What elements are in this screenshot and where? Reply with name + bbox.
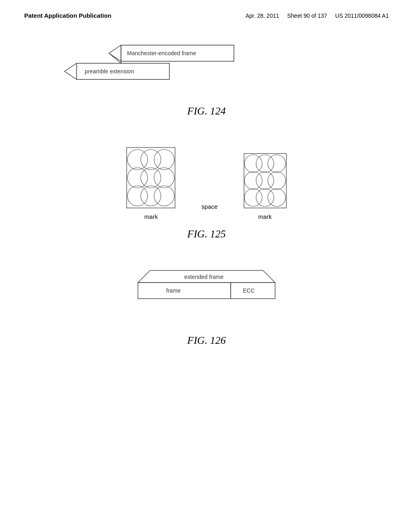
fig124-diagram: Manchester-encoded frame preamble extens…: [56, 43, 258, 89]
fig124-label: FIG. 124: [187, 105, 225, 117]
publication-date: Apr. 28, 2011: [246, 12, 279, 19]
svg-point-12: [141, 168, 161, 188]
svg-rect-17: [244, 154, 286, 208]
svg-text:frame: frame: [166, 287, 181, 294]
fig125-label: FIG. 125: [187, 228, 225, 240]
svg-point-22: [256, 172, 274, 189]
svg-text:preamble extension: preamble extension: [85, 68, 134, 75]
svg-point-21: [244, 172, 262, 189]
fig125-section: mark space: [32, 137, 381, 240]
fig125-diagrams: mark space: [125, 145, 288, 220]
fig126-diagram: extended frame frame ECC: [118, 268, 295, 318]
fig126-svg: extended frame frame ECC: [118, 268, 295, 317]
fig126-label: FIG. 126: [187, 335, 225, 347]
svg-point-13: [154, 168, 174, 188]
main-content: Manchester-encoded frame preamble extens…: [0, 23, 413, 379]
svg-point-16: [154, 186, 174, 206]
patent-number: US 2011/0098084 A1: [335, 12, 389, 19]
svg-point-24: [244, 189, 262, 206]
sheet-info: Sheet 90 of 137: [287, 12, 327, 19]
svg-point-19: [256, 155, 274, 172]
fig125-mark1: mark: [125, 145, 177, 220]
svg-point-14: [127, 186, 148, 206]
mark1-label: mark: [144, 213, 158, 220]
fig126-section: extended frame frame ECC FIG. 126: [32, 260, 381, 347]
svg-text:ECC: ECC: [243, 287, 255, 294]
svg-point-9: [141, 150, 161, 170]
svg-rect-7: [127, 148, 175, 208]
fig124-svg: Manchester-encoded frame preamble extens…: [56, 43, 250, 87]
svg-point-18: [244, 155, 262, 172]
svg-point-20: [268, 155, 286, 172]
mark1-svg: [125, 145, 177, 210]
svg-point-8: [127, 150, 148, 170]
svg-rect-29: [138, 283, 231, 299]
fig125-space: space: [201, 203, 217, 210]
svg-text:Manchester-encoded frame: Manchester-encoded frame: [127, 50, 196, 56]
page-header: Patent Application Publication Apr. 28, …: [0, 0, 413, 23]
mark2-svg: [242, 152, 288, 210]
svg-point-10: [154, 150, 174, 170]
svg-point-23: [268, 172, 286, 189]
svg-point-25: [256, 189, 274, 206]
space-label: space: [201, 203, 217, 210]
header-meta: Apr. 28, 2011 Sheet 90 of 137 US 2011/00…: [246, 12, 389, 19]
fig125-mark2: mark: [242, 152, 288, 220]
svg-point-15: [141, 186, 161, 206]
svg-text:extended frame: extended frame: [184, 274, 223, 280]
fig124-section: Manchester-encoded frame preamble extens…: [32, 35, 381, 117]
svg-line-5: [109, 53, 121, 63]
publication-title: Patent Application Publication: [24, 12, 111, 19]
mark2-label: mark: [258, 213, 271, 220]
svg-point-11: [127, 168, 148, 188]
svg-point-26: [268, 189, 286, 206]
